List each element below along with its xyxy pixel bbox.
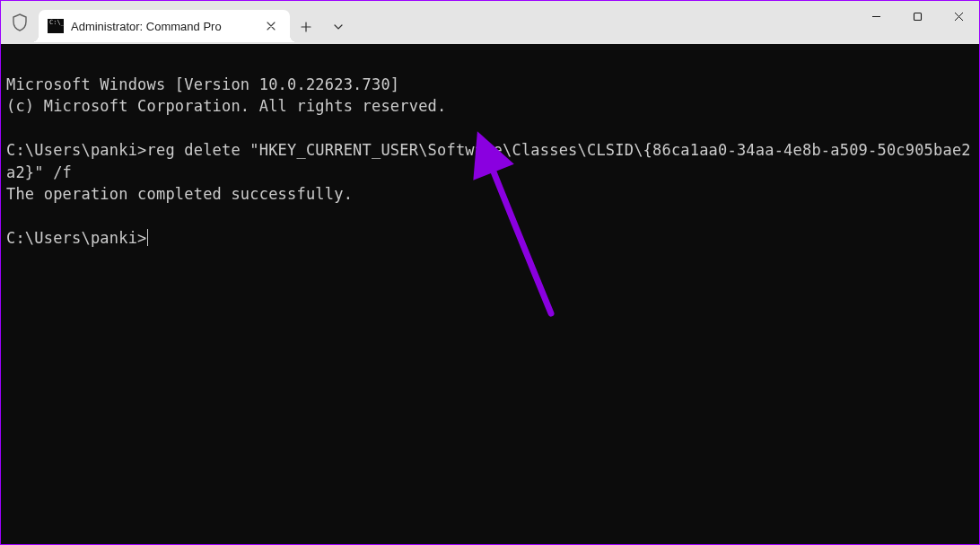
output-line: The operation completed successfully. — [6, 183, 974, 206]
minimize-button[interactable] — [855, 1, 897, 31]
tab-close-button[interactable] — [261, 16, 281, 36]
close-button[interactable] — [938, 1, 979, 31]
maximize-button[interactable] — [897, 1, 938, 31]
command-text: reg delete "HKEY_CURRENT_USER\Software\C… — [6, 141, 971, 181]
prompt-line: C:\Users\panki> — [6, 227, 974, 250]
cursor — [147, 229, 149, 246]
tab-dropdown-button[interactable] — [322, 11, 354, 43]
tab-active[interactable]: C:\_ Administrator: Command Pro — [39, 10, 290, 42]
blank-line — [6, 206, 974, 228]
prompt: C:\Users\panki> — [6, 229, 147, 247]
tab-title: Administrator: Command Pro — [71, 20, 256, 33]
svg-rect-0 — [914, 13, 921, 20]
tab-actions — [290, 1, 354, 44]
command-line: C:\Users\panki>reg delete "HKEY_CURRENT_… — [6, 139, 974, 183]
banner-line: (c) Microsoft Corporation. All rights re… — [6, 95, 974, 118]
prompt: C:\Users\panki> — [6, 141, 147, 159]
cmd-icon: C:\_ — [48, 19, 64, 33]
terminal-area[interactable]: Microsoft Windows [Version 10.0.22623.73… — [1, 44, 979, 544]
banner-line: Microsoft Windows [Version 10.0.22623.73… — [6, 74, 974, 96]
window-controls — [855, 1, 979, 31]
title-bar: C:\_ Administrator: Command Pro — [1, 1, 979, 44]
blank-line — [6, 118, 974, 140]
